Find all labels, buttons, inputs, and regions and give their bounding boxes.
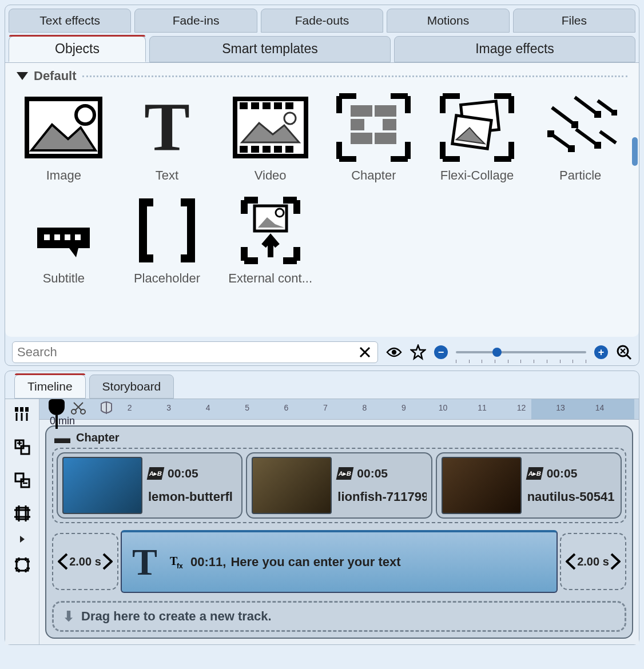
svg-rect-31	[547, 130, 554, 137]
clip-1[interactable]: A▸B00:05 lemon-butterfl	[57, 452, 243, 519]
timeline-sidebar	[5, 399, 39, 644]
clip-3[interactable]: A▸B00:05 nautilus-50541	[436, 452, 622, 519]
svg-rect-47	[25, 407, 29, 412]
transition-badge-icon: A▸B	[526, 467, 543, 480]
tab-files[interactable]: Files	[513, 9, 635, 33]
object-particle[interactable]: Particle	[533, 88, 627, 185]
svg-rect-9	[251, 146, 259, 153]
playhead[interactable]	[49, 399, 65, 429]
svg-rect-15	[375, 105, 396, 117]
tool-remove-track-icon[interactable]	[11, 469, 34, 492]
ruler-tick-label: 12	[517, 403, 526, 412]
object-flexi-collage[interactable]: Flexi-Collage	[430, 88, 524, 185]
object-text[interactable]: T Text	[120, 88, 214, 185]
object-placeholder[interactable]: Placeholder	[120, 191, 214, 288]
tab-fade-outs[interactable]: Fade-outs	[261, 9, 383, 33]
object-video[interactable]: Video	[223, 88, 317, 185]
zoom-in-button[interactable]: +	[594, 345, 608, 359]
chapter-title: Chapter	[76, 431, 120, 444]
svg-rect-37	[54, 234, 60, 240]
split-marker-icon[interactable]	[70, 401, 86, 415]
tool-add-track-icon[interactable]	[11, 436, 34, 459]
object-subtitle-label: Subtitle	[43, 271, 85, 286]
object-external-content-label: External cont...	[228, 271, 312, 286]
new-track-dropzone[interactable]: ⬇ Drag here to create a new track.	[52, 601, 626, 632]
ruler-tick-label: 9	[401, 403, 406, 412]
svg-point-1	[76, 106, 94, 124]
zoom-slider[interactable]	[456, 344, 586, 361]
timeline-ruler[interactable]: 0 min 234567891011121314	[39, 399, 639, 420]
zoom-out-button[interactable]: −	[434, 345, 448, 359]
svg-rect-33	[594, 142, 601, 149]
timeline-main: 0 min 234567891011121314 ▬ Chapter	[39, 399, 639, 644]
clip-2-duration: 00:05	[357, 467, 388, 480]
svg-rect-18	[351, 133, 372, 144]
svg-point-41	[276, 209, 284, 217]
object-subtitle[interactable]: Subtitle	[17, 191, 111, 288]
svg-rect-46	[20, 407, 23, 412]
clip-1-thumb	[62, 457, 142, 514]
collapse-icon[interactable]: ▬	[54, 434, 70, 442]
section-header[interactable]: Default	[17, 69, 627, 83]
object-flexi-collage-label: Flexi-Collage	[440, 168, 514, 183]
tool-cut-icon[interactable]	[11, 403, 34, 425]
tab-objects[interactable]: Objects	[9, 36, 146, 62]
svg-rect-12	[285, 146, 293, 153]
text-clip-icon: T	[132, 540, 157, 584]
svg-point-42	[392, 350, 396, 355]
tab-smart-templates[interactable]: Smart templates	[149, 36, 391, 62]
object-external-content[interactable]: External cont...	[223, 191, 317, 288]
ruler-tick-label: 11	[478, 403, 487, 412]
ruler-tick-label: 6	[284, 403, 289, 412]
clips-row: A▸B00:05 lemon-butterfl A▸B00:05 lionfis…	[52, 448, 626, 523]
tool-frame-icon[interactable]	[11, 553, 34, 576]
ruler-tick-label: 2	[128, 403, 132, 412]
fade-in-duration: 2.00 s	[69, 555, 101, 568]
object-chapter[interactable]: Chapter	[327, 88, 421, 185]
svg-rect-17	[383, 119, 396, 130]
tool-crop-icon[interactable]	[11, 502, 34, 525]
object-video-label: Video	[255, 168, 287, 183]
fade-out-spacer[interactable]: 2.00 s	[560, 533, 626, 590]
toolbox-scrollbar[interactable]	[632, 137, 638, 166]
timeline-content: ▬ Chapter A▸B00:05 lemon-butterfl	[39, 420, 639, 644]
clip-3-thumb	[442, 457, 522, 514]
clip-1-name: lemon-butterfl	[148, 489, 233, 504]
text-clip[interactable]: T Tfx 00:11, Here you can enter your tex…	[121, 530, 558, 593]
clip-1-duration: 00:05	[168, 467, 198, 480]
tab-fade-ins[interactable]: Fade-ins	[134, 9, 257, 33]
star-icon[interactable]	[410, 344, 426, 360]
clear-search-icon[interactable]	[357, 344, 373, 360]
clip-3-duration: 00:05	[547, 467, 578, 480]
sidebar-expand-icon[interactable]	[11, 535, 34, 543]
clip-2[interactable]: A▸B00:05 lionfish-711799	[246, 452, 432, 519]
chapter-container[interactable]: ▬ Chapter A▸B00:05 lemon-butterfl	[45, 425, 633, 639]
chapter-header[interactable]: ▬ Chapter	[52, 430, 626, 445]
transition-badge-icon: A▸B	[147, 467, 165, 480]
tab-motions[interactable]: Motions	[387, 9, 509, 33]
fade-out-duration: 2.00 s	[577, 555, 609, 568]
text-effect-icon: Tfx	[170, 555, 186, 570]
search-input[interactable]	[17, 345, 357, 360]
zoom-thumb[interactable]	[492, 348, 502, 357]
section-divider	[82, 75, 627, 77]
object-image[interactable]: Image	[17, 88, 111, 185]
marker-icon[interactable]	[99, 401, 114, 415]
svg-rect-32	[568, 145, 575, 152]
arrow-right-icon	[102, 553, 113, 570]
tab-timeline[interactable]: Timeline	[14, 375, 86, 399]
clip-2-name: lionfish-711799	[337, 489, 426, 504]
tab-text-effects[interactable]: Text effects	[9, 9, 131, 33]
svg-rect-8	[240, 146, 248, 153]
timeline-body: 0 min 234567891011121314 ▬ Chapter	[5, 399, 639, 644]
arrow-left-icon	[566, 553, 576, 570]
zoom-reset-icon[interactable]	[616, 344, 632, 360]
eye-icon[interactable]	[386, 344, 402, 360]
objects-grid: Image T Text Video Chapter	[17, 88, 627, 288]
tab-storyboard[interactable]: Storyboard	[89, 375, 174, 399]
svg-rect-36	[44, 234, 50, 240]
search-box[interactable]	[12, 341, 378, 363]
clip-2-thumb	[252, 457, 332, 514]
tab-image-effects[interactable]: Image effects	[394, 36, 635, 62]
fade-in-spacer[interactable]: 2.00 s	[52, 533, 118, 590]
